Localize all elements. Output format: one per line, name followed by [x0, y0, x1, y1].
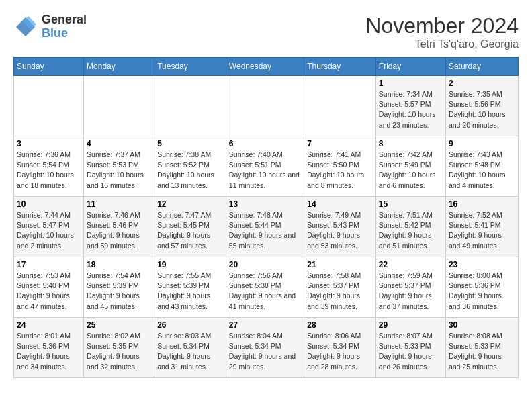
calendar-cell: 14Sunrise: 7:49 AM Sunset: 5:43 PM Dayli…	[304, 197, 376, 257]
calendar-cell: 7Sunrise: 7:41 AM Sunset: 5:50 PM Daylig…	[304, 136, 376, 197]
calendar-cell: 20Sunrise: 7:56 AM Sunset: 5:38 PM Dayli…	[226, 257, 304, 318]
header-wednesday: Wednesday	[226, 58, 304, 76]
day-number: 17	[17, 260, 81, 269]
day-number: 26	[157, 320, 223, 330]
day-number: 21	[307, 260, 373, 269]
day-info: Sunrise: 7:49 AM Sunset: 5:43 PM Dayligh…	[307, 210, 373, 251]
calendar-cell: 23Sunrise: 8:00 AM Sunset: 5:36 PM Dayli…	[445, 257, 518, 318]
calendar-cell: 12Sunrise: 7:47 AM Sunset: 5:45 PM Dayli…	[154, 197, 226, 257]
week-row-3: 10Sunrise: 7:44 AM Sunset: 5:47 PM Dayli…	[14, 197, 519, 257]
calendar-cell: 30Sunrise: 8:08 AM Sunset: 5:33 PM Dayli…	[445, 318, 518, 378]
calendar-body: 1Sunrise: 7:34 AM Sunset: 5:57 PM Daylig…	[14, 76, 519, 378]
day-number: 6	[229, 139, 301, 148]
calendar-cell	[84, 76, 154, 136]
calendar-cell: 19Sunrise: 7:55 AM Sunset: 5:39 PM Dayli…	[154, 257, 226, 318]
calendar-cell: 24Sunrise: 8:01 AM Sunset: 5:36 PM Dayli…	[14, 318, 84, 378]
page-header: General Blue November 2024 Tetri Ts'q'ar…	[13, 13, 519, 50]
day-number: 28	[307, 320, 373, 330]
header-friday: Friday	[375, 58, 445, 76]
day-info: Sunrise: 7:42 AM Sunset: 5:49 PM Dayligh…	[379, 150, 443, 191]
day-number: 11	[87, 199, 151, 209]
calendar-cell	[154, 76, 226, 136]
calendar-cell: 5Sunrise: 7:38 AM Sunset: 5:52 PM Daylig…	[154, 136, 226, 197]
calendar-cell: 25Sunrise: 8:02 AM Sunset: 5:35 PM Dayli…	[84, 318, 154, 378]
calendar-cell: 15Sunrise: 7:51 AM Sunset: 5:42 PM Dayli…	[375, 197, 445, 257]
calendar-cell: 11Sunrise: 7:46 AM Sunset: 5:46 PM Dayli…	[84, 197, 154, 257]
day-info: Sunrise: 7:55 AM Sunset: 5:39 PM Dayligh…	[157, 271, 223, 312]
day-number: 16	[449, 199, 515, 209]
calendar-cell: 10Sunrise: 7:44 AM Sunset: 5:47 PM Dayli…	[14, 197, 84, 257]
week-row-1: 1Sunrise: 7:34 AM Sunset: 5:57 PM Daylig…	[14, 76, 519, 136]
calendar-cell: 9Sunrise: 7:43 AM Sunset: 5:48 PM Daylig…	[445, 136, 518, 197]
day-number: 8	[379, 139, 443, 148]
month-title: November 2024	[365, 13, 519, 38]
day-info: Sunrise: 7:34 AM Sunset: 5:57 PM Dayligh…	[379, 89, 443, 130]
day-info: Sunrise: 7:48 AM Sunset: 5:44 PM Dayligh…	[229, 210, 301, 251]
day-number: 27	[229, 320, 301, 330]
day-info: Sunrise: 7:59 AM Sunset: 5:37 PM Dayligh…	[379, 271, 443, 312]
day-info: Sunrise: 7:53 AM Sunset: 5:40 PM Dayligh…	[17, 271, 81, 312]
calendar-cell: 22Sunrise: 7:59 AM Sunset: 5:37 PM Dayli…	[375, 257, 445, 318]
logo-icon	[13, 15, 38, 39]
day-number: 13	[229, 199, 301, 209]
day-number: 3	[17, 139, 81, 148]
day-info: Sunrise: 7:54 AM Sunset: 5:39 PM Dayligh…	[87, 271, 151, 312]
day-info: Sunrise: 7:58 AM Sunset: 5:37 PM Dayligh…	[307, 271, 373, 312]
calendar-header: SundayMondayTuesdayWednesdayThursdayFrid…	[14, 58, 519, 76]
day-number: 24	[17, 320, 81, 330]
day-number: 14	[307, 199, 373, 209]
day-number: 20	[229, 260, 301, 269]
day-info: Sunrise: 7:44 AM Sunset: 5:47 PM Dayligh…	[17, 210, 81, 251]
day-number: 25	[87, 320, 151, 330]
calendar-cell	[14, 76, 84, 136]
logo: General Blue	[13, 13, 87, 40]
day-info: Sunrise: 7:41 AM Sunset: 5:50 PM Dayligh…	[307, 150, 373, 191]
calendar-cell: 26Sunrise: 8:03 AM Sunset: 5:34 PM Dayli…	[154, 318, 226, 378]
calendar-cell: 3Sunrise: 7:36 AM Sunset: 5:54 PM Daylig…	[14, 136, 84, 197]
calendar-cell: 8Sunrise: 7:42 AM Sunset: 5:49 PM Daylig…	[375, 136, 445, 197]
day-number: 15	[379, 199, 443, 209]
day-info: Sunrise: 7:56 AM Sunset: 5:38 PM Dayligh…	[229, 271, 301, 312]
day-number: 10	[17, 199, 81, 209]
day-info: Sunrise: 8:08 AM Sunset: 5:33 PM Dayligh…	[449, 331, 515, 372]
day-number: 1	[379, 79, 443, 88]
day-info: Sunrise: 8:04 AM Sunset: 5:34 PM Dayligh…	[229, 331, 301, 372]
day-info: Sunrise: 7:36 AM Sunset: 5:54 PM Dayligh…	[17, 150, 81, 191]
day-number: 2	[449, 79, 515, 88]
week-row-4: 17Sunrise: 7:53 AM Sunset: 5:40 PM Dayli…	[14, 257, 519, 318]
day-info: Sunrise: 8:00 AM Sunset: 5:36 PM Dayligh…	[449, 271, 515, 312]
day-info: Sunrise: 7:35 AM Sunset: 5:56 PM Dayligh…	[449, 89, 515, 130]
calendar-cell	[226, 76, 304, 136]
calendar-cell: 28Sunrise: 8:06 AM Sunset: 5:34 PM Dayli…	[304, 318, 376, 378]
day-number: 18	[87, 260, 151, 269]
calendar-cell: 17Sunrise: 7:53 AM Sunset: 5:40 PM Dayli…	[14, 257, 84, 318]
calendar-cell: 4Sunrise: 7:37 AM Sunset: 5:53 PM Daylig…	[84, 136, 154, 197]
day-number: 5	[157, 139, 223, 148]
calendar-cell: 18Sunrise: 7:54 AM Sunset: 5:39 PM Dayli…	[84, 257, 154, 318]
day-number: 23	[449, 260, 515, 269]
calendar-cell: 21Sunrise: 7:58 AM Sunset: 5:37 PM Dayli…	[304, 257, 376, 318]
calendar-cell: 16Sunrise: 7:52 AM Sunset: 5:41 PM Dayli…	[445, 197, 518, 257]
day-number: 4	[87, 139, 151, 148]
logo-line1: General	[42, 13, 87, 27]
day-info: Sunrise: 7:43 AM Sunset: 5:48 PM Dayligh…	[449, 150, 515, 191]
header-thursday: Thursday	[304, 58, 376, 76]
week-row-5: 24Sunrise: 8:01 AM Sunset: 5:36 PM Dayli…	[14, 318, 519, 378]
header-saturday: Saturday	[445, 58, 518, 76]
logo-line2: Blue	[42, 27, 87, 40]
calendar-cell: 13Sunrise: 7:48 AM Sunset: 5:44 PM Dayli…	[226, 197, 304, 257]
day-info: Sunrise: 7:38 AM Sunset: 5:52 PM Dayligh…	[157, 150, 223, 191]
day-info: Sunrise: 7:47 AM Sunset: 5:45 PM Dayligh…	[157, 210, 223, 251]
day-info: Sunrise: 7:51 AM Sunset: 5:42 PM Dayligh…	[379, 210, 443, 251]
header-tuesday: Tuesday	[154, 58, 226, 76]
day-number: 9	[449, 139, 515, 148]
day-number: 22	[379, 260, 443, 269]
calendar-cell: 6Sunrise: 7:40 AM Sunset: 5:51 PM Daylig…	[226, 136, 304, 197]
calendar-cell	[304, 76, 376, 136]
week-row-2: 3Sunrise: 7:36 AM Sunset: 5:54 PM Daylig…	[14, 136, 519, 197]
title-block: November 2024 Tetri Ts'q'aro, Georgia	[365, 13, 519, 50]
day-info: Sunrise: 7:52 AM Sunset: 5:41 PM Dayligh…	[449, 210, 515, 251]
calendar-cell: 1Sunrise: 7:34 AM Sunset: 5:57 PM Daylig…	[375, 76, 445, 136]
day-info: Sunrise: 7:46 AM Sunset: 5:46 PM Dayligh…	[87, 210, 151, 251]
header-sunday: Sunday	[14, 58, 84, 76]
